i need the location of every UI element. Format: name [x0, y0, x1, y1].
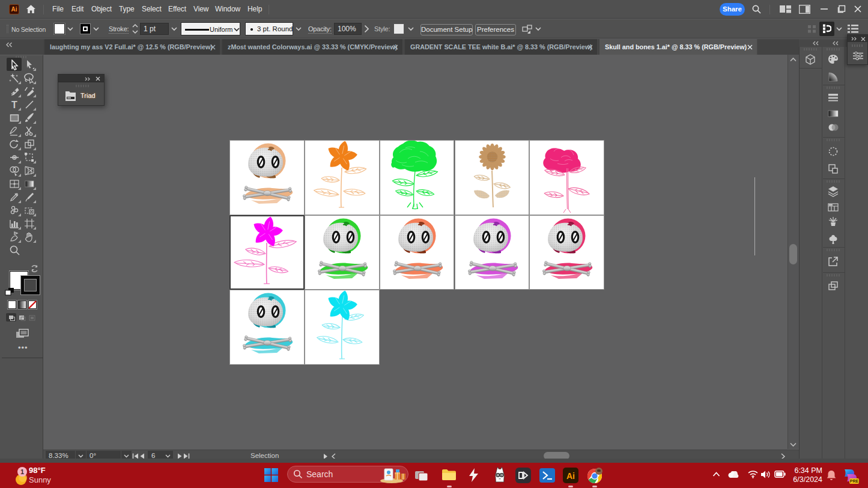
svg-text:Ai: Ai — [566, 471, 575, 481]
svg-text:1: 1 — [20, 468, 24, 475]
svg-text:PRE: PRE — [850, 479, 859, 483]
svg-text:T: T — [11, 100, 17, 110]
